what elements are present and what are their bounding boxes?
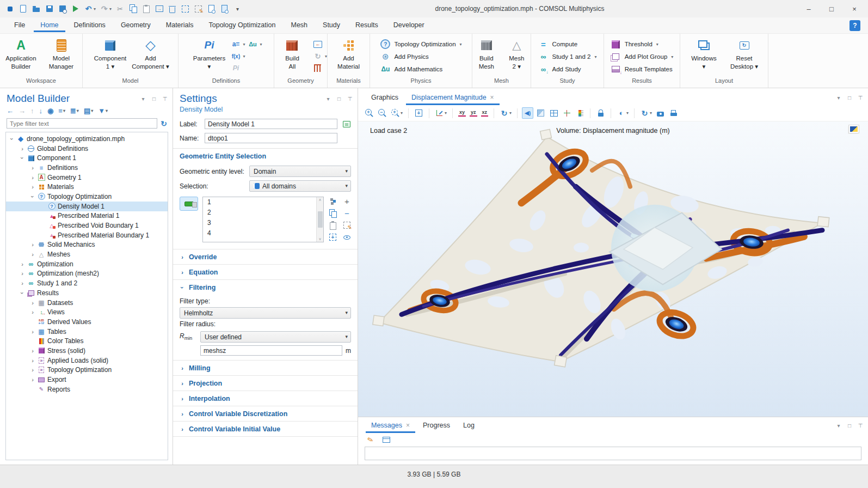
application-icon[interactable]	[5, 4, 15, 14]
variables-button[interactable]: ▾	[230, 40, 245, 48]
tab-messages[interactable]: Messages×	[366, 419, 415, 433]
node-label-button[interactable]: ▤▾	[84, 107, 93, 115]
section-interpolation[interactable]: ›Interpolation	[173, 391, 358, 406]
section-geometric-entity-selection[interactable]: Geometric Entity Selection	[173, 149, 358, 164]
tree-item-study-1-and-2[interactable]: ›Study 1 and 2	[6, 278, 168, 288]
threshold-button[interactable]: Threshold▾	[611, 40, 658, 48]
wireframe-button[interactable]	[548, 107, 559, 119]
tree-item-applied-loads-solid[interactable]: ›Applied Loads (solid)	[6, 356, 168, 365]
tab-mesh[interactable]: Mesh	[284, 19, 314, 32]
tree-item-meshes[interactable]: ›Meshes	[6, 249, 168, 259]
mesh-2-button[interactable]: Mesh 2 ▾	[503, 36, 531, 71]
tree-expander-icon[interactable]: ›	[30, 300, 35, 306]
section-filtering[interactable]: ›Filtering	[173, 279, 358, 295]
tab-results[interactable]: Results	[349, 19, 385, 32]
duplicate-button[interactable]	[155, 4, 164, 14]
add-study-button[interactable]: Add Study	[538, 65, 581, 74]
new-file-button[interactable]	[19, 4, 28, 14]
customize-toolbar-button[interactable]	[233, 4, 242, 14]
tree-item-color-tables[interactable]: Color Tables	[6, 336, 168, 346]
forward-button[interactable]: →	[19, 107, 26, 115]
view-yz-button[interactable]: yz	[469, 108, 478, 118]
tree-item-prescribed-material-boundary-1[interactable]: Prescribed Material Boundary 1	[6, 230, 168, 240]
open-messages-window-button[interactable]	[380, 434, 392, 446]
domain-selection-list[interactable]: 1234 ∧∨	[202, 197, 324, 242]
move-up-button[interactable]: ↑	[30, 107, 34, 115]
view-xy-button[interactable]: xy	[457, 108, 467, 118]
open-file-button[interactable]	[32, 4, 41, 14]
tree-expander-icon[interactable]: ›	[30, 367, 35, 373]
copy-button[interactable]	[128, 4, 138, 14]
image-snapshot-button[interactable]	[655, 107, 666, 119]
select-button[interactable]	[181, 4, 190, 14]
windows-button[interactable]: Windows ▾	[685, 36, 723, 71]
application-builder-button[interactable]: Application Builder	[2, 36, 40, 71]
panel-menu-icon[interactable]: ▾	[835, 423, 842, 429]
tree-item-derived-values[interactable]: Derived Values	[6, 317, 168, 327]
run-button[interactable]	[71, 4, 80, 14]
topology-optimization-physics-button[interactable]: Topology Optimization▾	[380, 40, 461, 48]
paste-button[interactable]	[141, 4, 151, 14]
copy-selection-button[interactable]	[328, 209, 337, 218]
tree-item-materials[interactable]: ›Materials	[6, 182, 168, 192]
filter-nodes-button[interactable]: ▼▾	[98, 107, 108, 115]
tree-expander-icon[interactable]: ›	[30, 164, 35, 171]
plot-thumbnail-icon[interactable]	[848, 125, 859, 133]
entity-level-dropdown[interactable]: Domain	[249, 166, 351, 177]
rename-icon[interactable]	[342, 119, 351, 129]
save-button[interactable]	[45, 4, 54, 14]
filter-radius-dropdown[interactable]: User defined	[200, 331, 351, 343]
section-override[interactable]: ›Override	[173, 249, 358, 264]
save-as-button[interactable]	[58, 4, 67, 14]
pin-panel-icon[interactable]: ⊤	[162, 96, 168, 102]
axis-orientation-button[interactable]	[561, 107, 572, 119]
tab-definitions[interactable]: Definitions	[67, 19, 112, 32]
section-control-variable-discretization[interactable]: ›Control Variable Discretization	[173, 406, 358, 421]
tree-expander-icon[interactable]: ›	[30, 328, 35, 335]
component-1-button[interactable]: Component 1 ▾	[91, 36, 130, 71]
panel-menu-icon[interactable]: ▾	[140, 96, 146, 102]
selection-dropdown[interactable]: All domains	[249, 180, 351, 192]
insert-sequence-button[interactable]	[312, 40, 323, 48]
tree-item-optimization-mesh2[interactable]: ›Optimization (mesh2)	[6, 269, 168, 279]
search-button[interactable]	[220, 4, 229, 14]
tree-expander-icon[interactable]: ›	[19, 155, 26, 161]
zoom-out-button[interactable]	[377, 107, 388, 119]
close-button[interactable]: ×	[843, 1, 866, 17]
scene-light-button[interactable]	[522, 107, 533, 119]
tree-item-prescribed-void-boundary-1[interactable]: Prescribed Void Boundary 1	[6, 221, 168, 230]
list-scrollbar[interactable]: ∧∨	[316, 197, 323, 242]
paint-select-button[interactable]	[194, 4, 203, 14]
name-field[interactable]	[205, 133, 337, 143]
tree-expander-icon[interactable]: ›	[20, 270, 25, 277]
print-button[interactable]	[668, 107, 679, 119]
tree-expander-icon[interactable]: ›	[30, 184, 35, 190]
parameter-case-button[interactable]	[230, 64, 241, 72]
filter-type-dropdown[interactable]: Helmholtz	[180, 307, 351, 319]
tree-item-optimization[interactable]: ›Optimization	[6, 259, 168, 269]
tree-item-views[interactable]: ›Views	[6, 307, 168, 317]
filter-radius-input[interactable]	[200, 345, 342, 356]
tree-item-definitions[interactable]: ›Definitions	[6, 163, 168, 173]
find-button[interactable]	[207, 4, 216, 14]
section-control-variable-initial-value[interactable]: ›Control Variable Initial Value	[173, 421, 358, 436]
parameters-button[interactable]: Parameters ▾	[190, 36, 228, 71]
tree-item-topology-optimization[interactable]: ›Topology Optimization	[6, 365, 168, 375]
go-to-default-view-button[interactable]: ▾	[434, 107, 448, 119]
float-panel-icon[interactable]: □	[846, 95, 853, 101]
help-button[interactable]: ?	[849, 20, 860, 31]
tree-item-datasets[interactable]: ›Datasets	[6, 298, 168, 308]
tab-file[interactable]: File	[8, 19, 32, 32]
tree-item-prescribed-material-1[interactable]: Prescribed Material 1	[6, 211, 168, 221]
tab-topology-optimization[interactable]: Topology Optimization	[202, 19, 282, 32]
pin-panel-icon[interactable]: ⊤	[347, 96, 353, 102]
tab-geometry[interactable]: Geometry	[114, 19, 157, 32]
paint-selection-button[interactable]	[342, 221, 352, 230]
add-component-button[interactable]: Add Component ▾	[132, 36, 170, 71]
add-physics-button[interactable]: Add Physics	[380, 52, 428, 61]
rebuild-button[interactable]: ▾	[312, 52, 327, 60]
float-panel-icon[interactable]: □	[846, 423, 853, 429]
tree-expander-icon[interactable]: ›	[20, 261, 25, 267]
clear-messages-button[interactable]	[365, 434, 376, 446]
section-projection[interactable]: ›Projection	[173, 375, 358, 391]
